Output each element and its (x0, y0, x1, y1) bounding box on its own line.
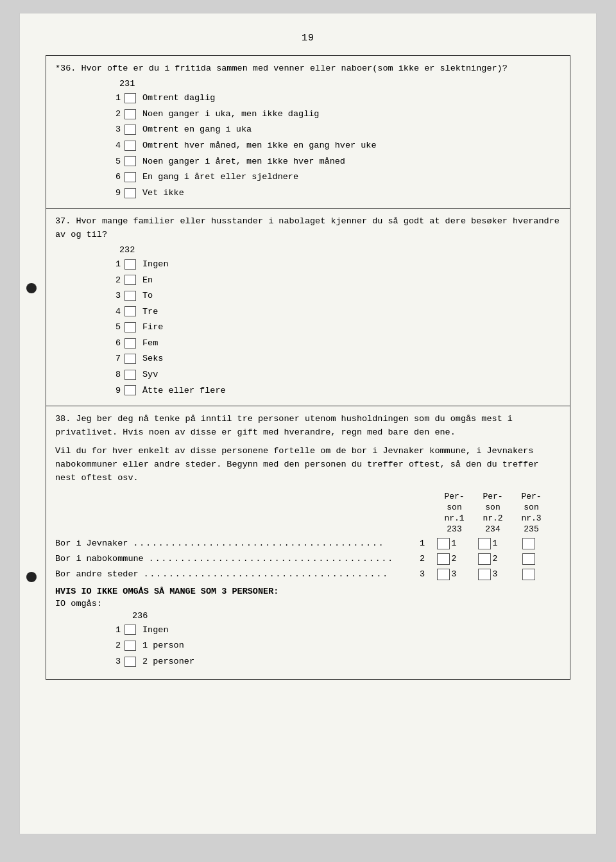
list-item: 2 1 person (107, 639, 561, 653)
checkbox-io-3[interactable] (124, 657, 136, 667)
checkbox-q37-4[interactable] (124, 306, 136, 316)
location-row-andre-steder: Bor andre steder .......................… (55, 569, 561, 580)
q37-text: 37. Hvor mange familier eller husstander… (55, 215, 561, 241)
option-label: Seks (142, 352, 163, 366)
option-label: En (142, 273, 153, 288)
loc-label-andre: Bor andre steder .......................… (55, 569, 409, 579)
list-item: 6 Fem (107, 336, 561, 350)
checkbox-q36-5[interactable] (124, 156, 136, 166)
list-item: 4 Omtrent hver måned, men ikke en gang h… (107, 139, 561, 153)
list-item: 4 Tre (107, 305, 561, 319)
option-label: Syv (142, 368, 158, 382)
option-label: Omtrent en gang i uka (142, 123, 252, 137)
list-item: 5 Fire (107, 320, 561, 334)
option-label: 1 person (142, 639, 184, 653)
loc-box-group-234c: 3 (468, 569, 507, 580)
list-item: 5 Noen ganger i året, men ikke hver måne… (107, 155, 561, 169)
q36-field-number: 231 (119, 79, 561, 89)
bullet-dot-2 (26, 572, 37, 582)
checkbox-q36-9[interactable] (124, 188, 136, 198)
checkbox-q37-3[interactable] (124, 291, 136, 301)
checkbox-q37-2[interactable] (124, 275, 136, 285)
q37-options-list: 1 Ingen 2 En 3 To 4 Tre 5 F (107, 257, 561, 397)
input-box-235-3[interactable] (522, 569, 535, 580)
input-box-233-2[interactable] (437, 553, 450, 565)
option-label: Åtte eller flere (142, 384, 226, 398)
checkbox-q37-7[interactable] (124, 354, 136, 364)
q38-question1: Jeg ber deg nå tenke på inntil tre perso… (55, 414, 513, 437)
option-label: Tre (142, 305, 158, 319)
checkbox-q37-1[interactable] (124, 259, 136, 270)
field-number-236: 236 (132, 611, 561, 621)
loc-box-group-235 (509, 538, 548, 549)
option-label: Omtrent hver måned, men ikke en gang hve… (142, 139, 377, 153)
q37-label: 37. (55, 216, 71, 226)
checkbox-q36-3[interactable] (124, 125, 136, 135)
list-item: 2 En (107, 273, 561, 288)
checkbox-q36-1[interactable] (124, 93, 136, 103)
q36-label: *36. (55, 64, 76, 73)
loc-code-3: 3 (409, 569, 425, 579)
input-box-233-3[interactable] (437, 569, 450, 580)
list-item: 1 Omtrent daglig (107, 91, 561, 105)
section-q38: 38. Jeg ber deg nå tenke på inntil tre p… (46, 406, 570, 680)
list-item: 3 Omtrent en gang i uka (107, 123, 561, 137)
q38-label: 38. (55, 414, 71, 424)
input-box-234-3[interactable] (478, 569, 491, 580)
checkbox-q36-6[interactable] (124, 172, 136, 182)
location-row-jevnaker: Bor i Jevnaker .........................… (55, 538, 561, 549)
input-box-235-2[interactable] (522, 553, 535, 565)
loc-boxes-3: 3 3 (427, 569, 548, 580)
checkbox-q37-5[interactable] (124, 322, 136, 332)
loc-boxes-2: 2 2 (427, 553, 548, 565)
loc-box-group-234: 1 (468, 538, 507, 549)
location-row-nabokommune: Bor i nabokommune ......................… (55, 553, 561, 565)
loc-box-group-234b: 2 (468, 553, 507, 565)
list-item: 9 Åtte eller flere (107, 384, 561, 398)
field-num-233: 233 (435, 524, 474, 534)
option-label: Fire (142, 320, 163, 334)
checkbox-q37-6[interactable] (124, 338, 136, 349)
if-section: HVIS IO IKKE OMGÅS SÅ MANGE SOM 3 PERSON… (55, 587, 561, 596)
list-item: 6 En gang i året eller sjeldnere (107, 170, 561, 184)
list-item: 7 Seks (107, 352, 561, 366)
field-numbers-row: 233 234 235 (55, 524, 551, 534)
loc-label-nabokommune: Bor i nabokommune ......................… (55, 554, 409, 564)
bullet-dot-1 (26, 283, 37, 293)
loc-boxes-1: 1 1 (427, 538, 548, 549)
section-q36: *36. Hvor ofte er du i fritida sammen me… (46, 55, 570, 209)
input-box-235-1[interactable] (522, 538, 535, 549)
list-item: 3 To (107, 289, 561, 303)
loc-box-group-235b (509, 553, 548, 565)
person-col-1: Per-sonnr.1 (435, 492, 474, 524)
option-label: Vet ikke (142, 186, 184, 200)
list-item: 9 Vet ikke (107, 186, 561, 200)
input-box-233-1[interactable] (437, 538, 450, 549)
loc-box-group-233c: 3 (427, 569, 466, 580)
io-options-list: 1 Ingen 2 1 person 3 2 personer (107, 623, 561, 669)
checkbox-q36-4[interactable] (124, 141, 136, 151)
q37-field-number: 232 (119, 245, 561, 255)
checkbox-io-2[interactable] (124, 641, 136, 651)
list-item: 2 Noen ganger i uka, men ikke daglig (107, 107, 561, 121)
option-label: 2 personer (142, 655, 194, 669)
loc-code-2: 2 (409, 554, 425, 564)
checkbox-q36-2[interactable] (124, 109, 136, 119)
input-box-234-2[interactable] (478, 553, 491, 565)
survey-page: 19 *36. Hvor ofte er du i fritida sammen… (19, 13, 597, 834)
input-box-234-1[interactable] (478, 538, 491, 549)
q36-options-list: 1 Omtrent daglig 2 Noen ganger i uka, me… (107, 91, 561, 200)
checkbox-q37-9[interactable] (124, 385, 136, 395)
list-item: 1 Ingen (107, 257, 561, 272)
option-label: Noen ganger i året, men ikke hver måned (142, 155, 345, 169)
checkbox-io-1[interactable] (124, 625, 136, 635)
page-number: 19 (46, 33, 570, 44)
option-label: To (142, 289, 153, 303)
q38-text2: Vil du for hver enkelt av disse personen… (55, 445, 561, 485)
loc-box-group-233b: 2 (427, 553, 466, 565)
list-item: 8 Syv (107, 368, 561, 382)
checkbox-q37-8[interactable] (124, 370, 136, 380)
if-text: HVIS IO IKKE OMGÅS SÅ MANGE SOM 3 PERSON… (55, 587, 278, 596)
list-item: 3 2 personer (107, 655, 561, 669)
option-label: Fem (142, 336, 158, 350)
